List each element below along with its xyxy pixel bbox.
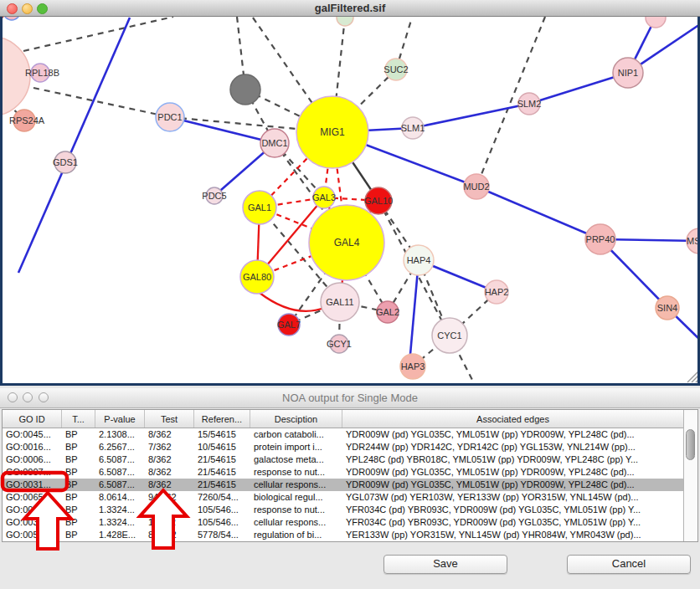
cell-test[interactable]: 8/362 (145, 466, 194, 479)
cell-reference[interactable]: 21/54615 (194, 466, 250, 479)
cell-associated-edges[interactable]: YFR034C (pd) YBR093C, YDR009W (pd) YGL03… (342, 504, 683, 516)
cell-go-id[interactable]: GO:0016... (3, 441, 62, 453)
cell-type[interactable]: BP (62, 453, 95, 466)
cell-type[interactable]: BP (62, 504, 95, 516)
canvas-border-left (0, 17, 3, 383)
node-label: NIP1 (618, 68, 638, 78)
cell-description[interactable]: galactose meta... (250, 453, 342, 466)
cell-type[interactable]: BP (62, 529, 95, 541)
cell-go-id[interactable]: GO:0031... (3, 516, 62, 529)
cell-p-value[interactable]: 8.0614... (95, 491, 145, 504)
cell-reference[interactable]: 5778/54... (194, 529, 250, 541)
cell-go-id[interactable]: GO:0045... (3, 428, 62, 441)
cell-reference[interactable]: 10/54615 (194, 441, 250, 453)
column-header-test[interactable]: Test (145, 410, 194, 428)
cancel-button[interactable]: Cancel (567, 555, 691, 574)
cell-type[interactable]: BP (62, 466, 95, 479)
node-partial-top-left[interactable] (3, 17, 20, 20)
cell-go-id[interactable]: GO:0006... (3, 453, 62, 466)
cell-associated-edges[interactable]: YDR244W (pp) YDR142C, YDR142C (pp) YGL15… (342, 441, 683, 453)
scrollbar-thumb[interactable] (686, 429, 695, 460)
cell-description[interactable]: response to nut... (250, 504, 342, 516)
network-window-title: galFiltered.sif (0, 2, 700, 14)
cell-test[interactable]: 8/362 (145, 428, 194, 441)
cell-go-id[interactable]: GO:0031... (3, 504, 62, 516)
cell-p-value[interactable]: 6.5087... (95, 453, 145, 466)
cell-test[interactable]: 11/362 (145, 516, 194, 529)
table-row[interactable]: GO:0045... BP 2.1308... 8/362 15/54615 c… (3, 428, 683, 441)
column-header-type[interactable]: T... (62, 410, 95, 428)
cell-reference[interactable]: 15/54615 (194, 428, 250, 441)
cell-type[interactable]: BP (62, 441, 95, 453)
cell-reference[interactable]: 21/54615 (194, 479, 250, 491)
cell-go-id[interactable]: GO:0031... (3, 479, 62, 491)
cell-description[interactable]: response to nut... (250, 466, 342, 479)
column-header-go-id[interactable]: GO ID (3, 410, 62, 428)
network-window: galFiltered.sif (0, 0, 700, 383)
column-header-p-value[interactable]: P-value (95, 410, 145, 428)
node-label: GDS1 (53, 157, 78, 167)
node-partial-top-right[interactable] (646, 17, 666, 28)
table-row[interactable]: GO:0016... BP 6.2567... 7/362 10/54615 p… (3, 441, 683, 453)
node-gray[interactable] (230, 74, 260, 105)
cell-type[interactable]: BP (62, 491, 95, 504)
network-canvas[interactable]: RPL18B RPS24A GDS1 PDC1 DMC1 MIG1 PDC5 G… (0, 17, 700, 383)
cell-go-id[interactable]: GO:0065... (3, 491, 62, 504)
column-header-associated-edges[interactable]: Associated edges (342, 410, 683, 428)
node-label: MUD2 (463, 182, 489, 192)
table-row[interactable]: GO:0050... BP 1.428E... 80/362 5778/54..… (3, 529, 683, 541)
cell-p-value[interactable]: 1.428E... (95, 529, 145, 541)
table-row[interactable]: GO:0007... BP 6.5087... 8/362 21/54615 r… (3, 466, 683, 479)
cell-reference[interactable]: 105/546... (194, 516, 250, 529)
column-header-reference[interactable]: Referen... (194, 410, 250, 428)
cell-test[interactable]: 8/362 (145, 479, 194, 491)
node-label: GAL10 (364, 196, 393, 206)
cell-description[interactable]: protein import i... (250, 441, 342, 453)
column-header-description[interactable]: Desciption (250, 410, 342, 428)
cell-test[interactable]: 11/362 (145, 504, 194, 516)
cell-test[interactable]: 8/362 (145, 453, 194, 466)
cell-description[interactable]: regulation of bi... (250, 529, 342, 541)
cell-type[interactable]: BP (62, 516, 95, 529)
node-label: GAL2 (376, 307, 399, 317)
network-nodes[interactable] (0, 17, 700, 379)
cell-p-value[interactable]: 2.1308... (95, 428, 145, 441)
cell-go-id[interactable]: GO:0050... (3, 529, 62, 541)
cell-p-value[interactable]: 6.5087... (95, 479, 145, 491)
noa-titlebar: NOA output for Single Mode (0, 388, 700, 408)
cell-description[interactable]: cellular respons... (250, 479, 342, 491)
cell-test[interactable]: 80/362 (145, 529, 194, 541)
cell-test[interactable]: 94/362 (145, 491, 194, 504)
cell-associated-edges[interactable]: YDR009W (pd) YGL035C, YML051W (pp) YDR00… (342, 466, 683, 479)
cell-reference[interactable]: 21/54615 (194, 453, 250, 466)
node-label: GCY1 (327, 339, 352, 349)
cell-description[interactable]: biological regul... (250, 491, 342, 504)
table-row[interactable]: GO:0065... BP 8.0614... 94/362 7260/54..… (3, 491, 683, 504)
cell-associated-edges[interactable]: YGL073W (pd) YER103W, YER133W (pp) YOR31… (342, 491, 683, 504)
table-row[interactable]: GO:0031... BP 1.3324... 11/362 105/546..… (3, 504, 683, 516)
cell-associated-edges[interactable]: YER133W (pp) YOR315W, YNL145W (pd) YHR08… (342, 529, 683, 541)
node-label: RPS24A (9, 115, 45, 125)
cell-reference[interactable]: 7260/54... (194, 491, 250, 504)
cell-type[interactable]: BP (62, 479, 95, 491)
cell-test[interactable]: 7/362 (145, 441, 194, 453)
cell-associated-edges[interactable]: YPL248C (pd) YBR018C, YML051W (pp) YDR00… (342, 453, 683, 466)
cell-p-value[interactable]: 1.3324... (95, 504, 145, 516)
cell-description[interactable]: carbon cataboli... (250, 428, 342, 441)
node-partial-top-center[interactable] (337, 17, 353, 26)
cell-p-value[interactable]: 1.3324... (95, 516, 145, 529)
cell-p-value[interactable]: 6.5087... (95, 466, 145, 479)
save-button[interactable]: Save (383, 555, 507, 574)
table-row[interactable]: GO:0006... BP 6.5087... 8/362 21/54615 g… (3, 453, 683, 466)
table-row[interactable]: GO:0031... BP 1.3324... 11/362 105/546..… (3, 516, 683, 529)
cell-associated-edges[interactable]: YDR009W (pd) YGL035C, YML051W (pp) YDR00… (342, 479, 683, 491)
cell-associated-edges[interactable]: YDR009W (pd) YGL035C, YML051W (pp) YDR00… (342, 428, 683, 441)
cell-associated-edges[interactable]: YFR034C (pd) YBR093C, YDR009W (pd) YGL03… (342, 516, 683, 529)
cell-go-id[interactable]: GO:0007... (3, 466, 62, 479)
cell-p-value[interactable]: 6.2567... (95, 441, 145, 453)
cell-description[interactable]: cellular respons... (250, 516, 342, 529)
table-row-selected[interactable]: GO:0031... BP 6.5087... 8/362 21/54615 c… (3, 479, 683, 491)
table-scrollbar[interactable] (683, 410, 697, 541)
cell-type[interactable]: BP (62, 428, 95, 441)
cell-reference[interactable]: 105/546... (194, 504, 250, 516)
